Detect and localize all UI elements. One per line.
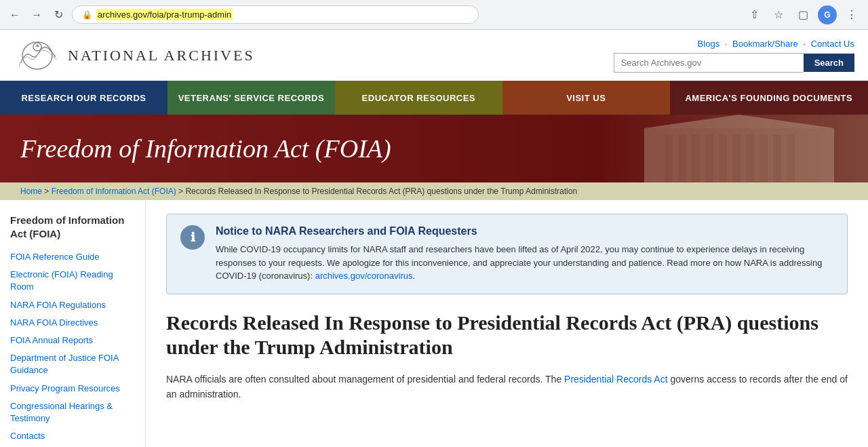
breadcrumb-current: Records Released In Response to Presiden… xyxy=(185,187,577,196)
header-right: Blogs · Bookmark/Share · Contact Us Sear… xyxy=(614,39,854,73)
sep2: · xyxy=(803,39,808,49)
breadcrumb: Home > Freedom of Information Act (FOIA)… xyxy=(0,182,868,200)
breadcrumb-home[interactable]: Home xyxy=(20,187,42,196)
svg-rect-3 xyxy=(665,135,673,182)
sidebar-item-annual-reports[interactable]: FOIA Annual Reports xyxy=(10,332,135,349)
nav-item-veterans[interactable]: VETERANS' SERVICE RECORDS xyxy=(167,81,335,115)
sep1: · xyxy=(725,39,730,49)
svg-rect-6 xyxy=(705,135,713,182)
sidebar-item-regulations[interactable]: NARA FOIA Regulations xyxy=(10,296,135,314)
lock-icon: 🔒 xyxy=(82,10,92,20)
sidebar-item-congressional-hearings[interactable]: Congressional Hearings & Testimony xyxy=(10,397,135,427)
logo-area: NATIONAL ARCHIVES xyxy=(14,37,255,74)
contact-us-link[interactable]: Contact Us xyxy=(811,39,854,49)
search-input[interactable] xyxy=(614,53,804,73)
breadcrumb-foia[interactable]: Freedom of Information Act (FOIA) xyxy=(52,187,176,196)
sidebar-item-directives[interactable]: NARA FOIA Directives xyxy=(10,314,135,332)
header-links: Blogs · Bookmark/Share · Contact Us xyxy=(698,39,854,49)
sidebar-item-privacy-resources[interactable]: Privacy Program Resources xyxy=(10,380,135,397)
paragraph-1: NARA officials are often consulted about… xyxy=(166,372,848,402)
search-button[interactable]: Search xyxy=(804,54,854,72)
nav-item-educator[interactable]: EDUCATOR RESOURCES xyxy=(335,81,502,115)
foia-banner: Freedom of Information Act (FOIA) xyxy=(0,115,868,182)
sidebar-item-foia-reference[interactable]: FOIA Reference Guide xyxy=(10,248,135,266)
nav-item-research[interactable]: RESEARCH OUR RECORDS xyxy=(0,81,167,115)
page-title: Records Released In Response to Presiden… xyxy=(166,311,848,359)
logo-text: NATIONAL ARCHIVES xyxy=(68,47,255,64)
svg-rect-12 xyxy=(787,135,795,182)
blogs-link[interactable]: Blogs xyxy=(698,39,720,49)
address-bar[interactable]: 🔒 archives.gov/foia/pra-trump-admin xyxy=(72,5,479,24)
search-bar: Search xyxy=(614,53,854,73)
notice-box: ℹ Notice to NARA Researchers and FOIA Re… xyxy=(166,214,848,294)
bookmark-button[interactable]: ☆ xyxy=(769,5,788,24)
svg-rect-10 xyxy=(760,135,768,182)
svg-marker-13 xyxy=(644,115,834,128)
sidebar-item-reading-room[interactable]: Electronic (FOIA) Reading Room xyxy=(10,266,135,296)
content-area: ℹ Notice to NARA Researchers and FOIA Re… xyxy=(146,200,868,447)
share-button[interactable]: ⇧ xyxy=(745,5,764,24)
browser-actions: ⇧ ☆ ▢ G ⋮ xyxy=(745,5,861,24)
notice-content: Notice to NARA Researchers and FOIA Requ… xyxy=(216,225,833,283)
sidebar-title: Freedom of Information Act (FOIA) xyxy=(10,214,135,240)
pra-link[interactable]: Presidential Records Act xyxy=(564,374,668,385)
notice-title: Notice to NARA Researchers and FOIA Requ… xyxy=(216,225,833,237)
sidebar: Freedom of Information Act (FOIA) FOIA R… xyxy=(0,200,146,447)
svg-rect-8 xyxy=(732,135,741,182)
bookmark-share-link[interactable]: Bookmark/Share xyxy=(732,39,798,49)
url-text: archives.gov/foia/pra-trump-admin xyxy=(96,9,233,20)
page-header: NATIONAL ARCHIVES Blogs · Bookmark/Share… xyxy=(0,30,868,81)
back-button[interactable]: ← xyxy=(7,7,23,23)
tab-button[interactable]: ▢ xyxy=(793,5,812,24)
eagle-logo xyxy=(14,37,61,74)
banner-bg xyxy=(597,115,868,182)
svg-rect-4 xyxy=(678,135,686,182)
sidebar-item-contacts[interactable]: Contacts xyxy=(10,427,135,445)
sidebar-item-doj-guidance[interactable]: Department of Justice FOIA Guidance xyxy=(10,349,135,379)
svg-rect-9 xyxy=(746,135,754,182)
browser-chrome: ← → ↻ 🔒 archives.gov/foia/pra-trump-admi… xyxy=(0,0,868,30)
avatar: G xyxy=(818,5,837,24)
reload-button[interactable]: ↻ xyxy=(50,7,66,23)
nav-bar: RESEARCH OUR RECORDS VETERANS' SERVICE R… xyxy=(0,81,868,115)
main-content: Freedom of Information Act (FOIA) FOIA R… xyxy=(0,200,868,447)
info-icon: ℹ xyxy=(180,225,205,250)
notice-link[interactable]: archives.gov/coronavirus xyxy=(315,271,413,281)
svg-rect-11 xyxy=(773,135,781,182)
svg-rect-7 xyxy=(719,135,727,182)
svg-rect-5 xyxy=(692,135,700,182)
nav-item-founding[interactable]: AMERICA'S FOUNDING DOCUMENTS xyxy=(670,81,868,115)
notice-text: While COVID-19 occupancy limits for NARA… xyxy=(216,243,833,283)
menu-button[interactable]: ⋮ xyxy=(842,5,861,24)
nav-item-visit[interactable]: VISIT US xyxy=(502,81,670,115)
forward-button[interactable]: → xyxy=(28,7,45,23)
